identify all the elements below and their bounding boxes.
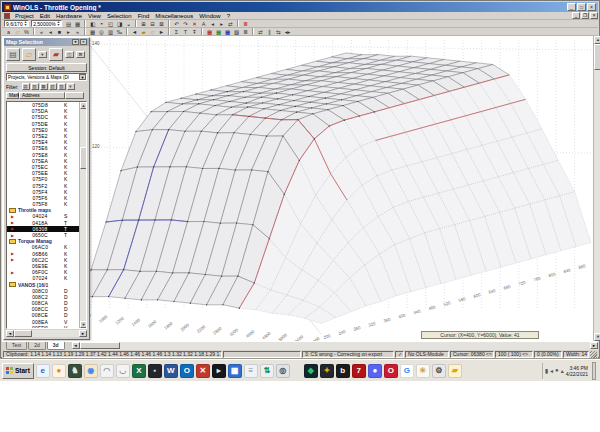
toolbar-redo-button[interactable]: ↷ xyxy=(181,20,190,28)
map-list-row[interactable]: ▶0650CT xyxy=(7,232,79,238)
toolbar-folder-down-button[interactable]: ▱ xyxy=(148,28,157,36)
map-list-row[interactable]: ▶06B66K xyxy=(7,251,79,257)
menu-item-help[interactable]: ? xyxy=(224,13,233,19)
resize-grip[interactable] xyxy=(590,351,597,358)
export-button[interactable]: ◫ xyxy=(65,51,74,58)
map-list-row[interactable]: 075EAK xyxy=(7,158,79,164)
spinner-arrows-icon[interactable]: ▲▼ xyxy=(57,21,60,27)
taskbar-clock[interactable]: 3:46 PM 4/22/2021 xyxy=(566,365,588,377)
taskbar-chat-icon[interactable]: ● xyxy=(368,364,382,378)
toolbar-map-version-button[interactable]: ▦ xyxy=(214,28,223,36)
toolbar-compare-side-button[interactable]: ⇄ xyxy=(256,28,265,36)
map-list-row[interactable]: 008CCD xyxy=(7,306,79,312)
value-spinner[interactable]: 9,6/170 ▲▼ xyxy=(4,20,29,27)
scrollbar-thumb[interactable] xyxy=(80,342,120,349)
filter-all-button[interactable]: ▤ xyxy=(22,83,30,90)
show-desktop-button[interactable] xyxy=(592,362,596,380)
toolbar-nav-stop-button[interactable]: ■ xyxy=(55,28,64,36)
toolbar-next-button[interactable]: ▸ xyxy=(217,20,226,28)
toolbar-text-plus-button[interactable]: T xyxy=(181,28,190,36)
taskbar-sync-icon[interactable]: ⇅ xyxy=(260,364,274,378)
map-list-row[interactable]: 075DCK xyxy=(7,114,79,120)
toolbar-properties-button[interactable]: ≣ xyxy=(241,28,250,36)
tray-status-icon[interactable]: ● xyxy=(555,367,559,374)
new-session-button[interactable]: ▤ xyxy=(6,48,20,61)
close-button[interactable]: × xyxy=(587,3,596,11)
minimize-button[interactable]: _ xyxy=(567,3,576,11)
tray-network-icon[interactable]: ▮ xyxy=(545,367,548,374)
panel-title-bar[interactable]: Map Selection ▾× xyxy=(4,38,89,46)
taskbar-mediaplayer-icon[interactable]: ● xyxy=(52,364,66,378)
taskbar-excel-icon[interactable]: X xyxy=(132,364,146,378)
taskbar-chrome-icon[interactable]: ◉ xyxy=(84,364,98,378)
filter-maps-button[interactable]: ▥ xyxy=(31,83,39,90)
taskbar-redx-icon[interactable]: ✕ xyxy=(196,364,210,378)
taskbar-google-icon[interactable]: G xyxy=(400,364,414,378)
taskbar-sketch1-icon[interactable]: ◠ xyxy=(100,364,114,378)
map-list-row[interactable]: ▶04024S xyxy=(7,213,79,219)
filter-changed-button[interactable]: ▧ xyxy=(49,83,57,90)
toolbar-nav-next-button[interactable]: ▸ xyxy=(64,28,73,36)
chevron-down-icon[interactable]: ▼ xyxy=(79,74,86,80)
taskbar-notes-icon[interactable]: ≡ xyxy=(244,364,258,378)
menu-item-window[interactable]: Window xyxy=(196,13,223,19)
panel-pin-button[interactable]: ▾ xyxy=(72,39,79,45)
toolbar-prev-button[interactable]: ◂ xyxy=(208,20,217,28)
map-list-row[interactable]: 075F4K xyxy=(7,189,79,195)
menu-item-selection[interactable]: Selection xyxy=(104,13,135,19)
map-horizontal-scrollbar[interactable]: ◄ ► xyxy=(72,342,598,350)
toolbar-color-legend-button[interactable]: ≣ xyxy=(241,20,250,28)
toolbar-sum-button[interactable]: Σ xyxy=(172,28,181,36)
toolbar-map-diff-button[interactable]: ▦ xyxy=(223,28,232,36)
taskbar-ie-icon[interactable]: e xyxy=(36,364,50,378)
map-list-row[interactable]: 06AC0K xyxy=(7,244,79,250)
scroll-right-icon[interactable]: ► xyxy=(590,342,598,349)
toolbar-next-map-button[interactable]: ► xyxy=(157,28,166,36)
scroll-up-icon[interactable]: ▲ xyxy=(594,36,600,44)
scroll-left-icon[interactable]: ◄ xyxy=(72,342,80,349)
map-list-row[interactable]: 008CED xyxy=(7,312,79,318)
toolbar-zoom-grid-button[interactable]: ▦ xyxy=(88,28,97,36)
taskbar-tiles-icon[interactable]: ▦ xyxy=(228,364,242,378)
filter-text-button[interactable]: ▨ xyxy=(58,83,66,90)
toolbar-text-minus-button[interactable]: Ŧ xyxy=(190,28,199,36)
map-list-row[interactable]: 075F0K xyxy=(7,176,79,182)
toolbar-compare-both-button[interactable]: ◂▸ xyxy=(283,28,292,36)
map-list-row[interactable]: 07024K xyxy=(7,275,79,281)
column-header-address[interactable]: Address xyxy=(19,92,65,99)
factor-spinner[interactable]: 2,50000% ▲▼ xyxy=(31,20,62,27)
toolbar-compare-sync-button[interactable]: ∥ xyxy=(265,28,274,36)
child-window-icon[interactable] xyxy=(4,13,10,19)
taskbar-capture-icon[interactable]: ◎ xyxy=(276,364,290,378)
toolbar-font-button[interactable]: A xyxy=(199,20,208,28)
toolbar-align-grid-button[interactable]: ◰ xyxy=(106,20,115,28)
tab-2d[interactable]: 2d xyxy=(28,342,46,350)
toolbar-map-list-button[interactable]: ▧ xyxy=(232,28,241,36)
toolbar-table-view-button[interactable]: ▥ xyxy=(106,28,115,36)
toolbar-view-3d-button[interactable]: ▦ xyxy=(73,20,82,28)
menu-item-edit[interactable]: Edit xyxy=(37,13,53,19)
open-project-button[interactable]: ▱ xyxy=(22,48,36,61)
taskbar-sketch2-icon[interactable]: ◡ xyxy=(116,364,130,378)
menu-item-find[interactable]: Find xyxy=(135,13,153,19)
session-button[interactable]: Session: Default xyxy=(6,63,87,72)
scroll-left-icon[interactable]: ◄ xyxy=(6,330,14,337)
scroll-right-icon[interactable]: ► xyxy=(79,330,87,337)
taskbar-wrench-icon[interactable]: ⚙ xyxy=(432,364,446,378)
column-header-marker[interactable]: Marker xyxy=(6,92,19,99)
taskbar-game-icon[interactable]: ♞ xyxy=(68,364,82,378)
map-list-row[interactable]: 075E6K xyxy=(7,145,79,151)
map-list-row[interactable]: 075F6K xyxy=(7,195,79,201)
list-horizontal-scrollbar[interactable]: ◄ ► xyxy=(6,330,87,337)
menu-item-miscellaneous[interactable]: Miscellaneous xyxy=(152,13,196,19)
map-list-row[interactable]: 075DAK xyxy=(7,108,79,114)
toolbar-prev-map-button[interactable]: ◄ xyxy=(130,28,139,36)
map-list-row[interactable]: ▶06F0CK xyxy=(7,269,79,275)
toolbar-open-map-button[interactable]: ▱ xyxy=(13,28,22,36)
map-list-row[interactable]: 075F8K xyxy=(7,201,79,207)
scrollbar-thumb[interactable] xyxy=(14,330,32,337)
toolbar-folder-up-button[interactable]: ▰ xyxy=(139,28,148,36)
start-button[interactable]: Start xyxy=(2,363,34,379)
mdi-minimize-button[interactable]: _ xyxy=(572,12,580,19)
map-list-row[interactable]: ▶0418AT xyxy=(7,220,79,226)
